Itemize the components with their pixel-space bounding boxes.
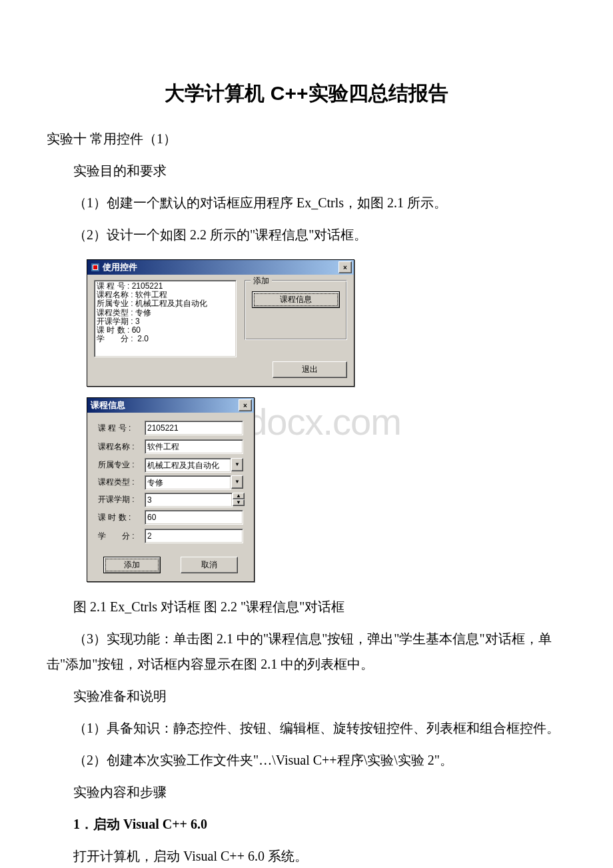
section-prep: 实验准备和说明: [47, 683, 566, 709]
prep-2: （2）创建本次实验工作文件夹"…\Visual C++程序\实验\实验 2"。: [47, 747, 566, 773]
groupbox-title: 添加: [251, 275, 272, 287]
cancel-button[interactable]: 取消: [181, 557, 238, 573]
step-1-body: 打开计算机，启动 Visual C++ 6.0 系统。: [47, 843, 566, 868]
exit-button[interactable]: 退出: [273, 361, 347, 378]
input-credit[interactable]: 2: [145, 529, 243, 543]
prep-1: （1）具备知识：静态控件、按钮、编辑框、旋转按钮控件、列表框和组合框控件。: [47, 715, 566, 741]
req-2: （2）设计一个如图 2.2 所示的"课程信息"对话框。: [47, 222, 566, 247]
add-button[interactable]: 添加: [103, 557, 161, 573]
svg-rect-2: [93, 265, 97, 269]
fig2-title: 课程信息: [91, 399, 125, 411]
chevron-down-icon[interactable]: ▼: [231, 458, 243, 471]
figure-caption: 图 2.1 Ex_Ctrls 对话框 图 2.2 "课程信息"对话框: [47, 594, 566, 619]
close-icon[interactable]: ×: [239, 399, 252, 411]
label-code: 课 程 号 :: [98, 423, 145, 434]
fig-2-1-dialog: 使用控件 × 课 程 号 : 2105221 课程名称 : 软件工程 所属专业 …: [87, 259, 354, 387]
section-aim: 实验目的和要求: [47, 158, 566, 183]
label-major: 所属专业 :: [98, 459, 145, 471]
input-hours[interactable]: 60: [145, 510, 243, 525]
app-icon: [91, 263, 100, 272]
close-icon[interactable]: ×: [338, 261, 352, 273]
section-steps: 实验内容和步骤: [47, 779, 566, 805]
exp-heading: 实验十 常用控件（1）: [47, 126, 566, 151]
course-info-button[interactable]: 课程信息: [252, 291, 340, 308]
fig2-titlebar[interactable]: 课程信息 ×: [87, 398, 254, 413]
chevron-down-icon[interactable]: ▼: [231, 475, 243, 489]
label-credit: 学 分 :: [98, 531, 145, 542]
label-type: 课程类型 :: [98, 477, 145, 488]
spin-term[interactable]: 3: [145, 493, 233, 507]
input-name[interactable]: 软件工程: [145, 439, 243, 454]
fig1-title: 使用控件: [103, 261, 137, 273]
add-groupbox: 添加 课程信息: [245, 280, 347, 340]
combo-major[interactable]: 机械工程及其自动化: [145, 458, 231, 473]
label-hours: 课 时 数 :: [98, 512, 145, 523]
label-name: 课程名称 :: [98, 441, 145, 453]
course-listbox[interactable]: 课 程 号 : 2105221 课程名称 : 软件工程 所属专业 : 机械工程及…: [94, 280, 237, 357]
label-term: 开课学期 :: [98, 494, 145, 505]
page-title: 大学计算机 C++实验四总结报告: [47, 80, 566, 107]
input-code[interactable]: 2105221: [145, 421, 243, 435]
req-1: （1）创建一个默认的对话框应用程序 Ex_Ctrls，如图 2.1 所示。: [47, 190, 566, 215]
spin-down-icon[interactable]: ▼: [233, 499, 245, 506]
step-1-heading: 1．启动 Visual C++ 6.0: [47, 811, 566, 837]
spin-up-icon[interactable]: ▲: [233, 493, 245, 499]
fig-2-2-dialog: 课程信息 × 课 程 号 : 2105221 课程名称 : 软件工程 所属专业 …: [87, 397, 255, 582]
fig1-titlebar[interactable]: 使用控件 ×: [87, 260, 354, 275]
req-3: （3）实现功能：单击图 2.1 中的"课程信息"按钮，弹出"学生基本信息"对话框…: [47, 626, 566, 677]
combo-type[interactable]: 专修: [145, 475, 231, 490]
